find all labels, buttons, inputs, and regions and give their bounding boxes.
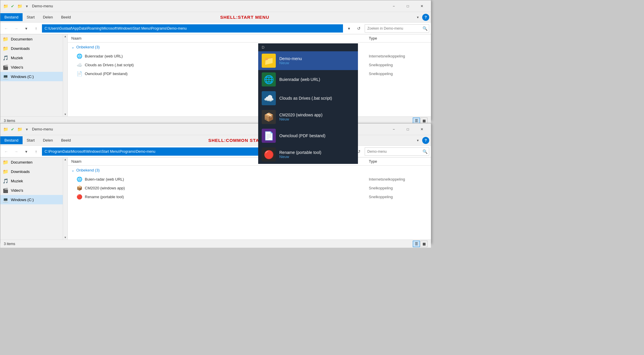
scroll-up-2[interactable]: ▲ xyxy=(63,157,67,162)
maximize-btn-2[interactable]: □ xyxy=(401,125,415,134)
dropdown-addr-btn-1[interactable]: ▾ xyxy=(345,24,353,33)
help-btn-1[interactable]: ? xyxy=(422,14,429,21)
title-bar-controls-2: − □ ✕ xyxy=(387,125,429,134)
video-icon-1: 🎬 xyxy=(3,64,9,70)
sidebar-label-videos-2: Video's xyxy=(11,188,23,193)
col-type-2[interactable]: Type xyxy=(369,159,427,164)
sidebar-item-downloads-2[interactable]: 📁 Downloads xyxy=(0,167,67,176)
sidebar-item-windows-1[interactable]: 💻 Windows (C:) xyxy=(0,72,67,81)
sidebar-item-muziek-2[interactable]: 🎵 Muziek xyxy=(0,176,67,186)
scroll-up-1[interactable]: ▲ xyxy=(63,34,67,38)
dropdown-icon-3: 📦 xyxy=(262,110,276,124)
dropdown-item-2[interactable]: ☁️ Clouds as Drives (.bat script) xyxy=(258,89,358,108)
menu-delen-1[interactable]: Delen xyxy=(39,13,57,21)
content-area-2: 📁 Documenten 📁 Downloads 🎵 Muziek 🎬 Vide… xyxy=(0,157,431,240)
dropdown-icon-2: ☁️ xyxy=(262,91,276,105)
close-btn-1[interactable]: ✕ xyxy=(415,1,429,11)
up-btn-2[interactable]: ↑ xyxy=(32,147,40,156)
file-row-2-0[interactable]: 🌐 Buien-radar (web URL) Internetsnelkopp… xyxy=(68,175,431,184)
file-name-2-2: Rename (portable tool) xyxy=(85,195,366,199)
window1: 📁 ✔ 📁 ▾ Demo-menu − □ ✕ Bestand Start De… xyxy=(0,0,431,120)
dropdown-item-3[interactable]: 📦 CM2020 (windows app) Nieuw xyxy=(258,108,358,126)
sidebar-item-documenten-2[interactable]: 📁 Documenten xyxy=(0,157,67,167)
menu-delen-2[interactable]: Delen xyxy=(39,136,57,144)
close-btn-2[interactable]: ✕ xyxy=(415,125,429,134)
dropdown-name-5: Rename (portable tool) xyxy=(279,150,354,155)
file-row-2-2[interactable]: 🔴 Rename (portable tool) Snelkoppeling xyxy=(68,192,431,201)
sidebar-item-videos-2[interactable]: 🎬 Video's xyxy=(0,186,67,195)
file-row-2-1[interactable]: 📦 CM2020 (windows app) Snelkoppeling xyxy=(68,184,431,192)
drive-icon-2: 💻 xyxy=(3,197,9,203)
menu-bar-right-2: ▾ ? xyxy=(415,137,429,144)
column-header-2: Naam Type xyxy=(68,157,431,166)
file-row-1-1[interactable]: ☁️ Clouds as Drives (.bat script) Snelko… xyxy=(68,60,431,69)
file-icon-1-1: ☁️ xyxy=(77,62,82,68)
dropdown-icon-5: 🔴 xyxy=(262,147,276,162)
search-input-1[interactable] xyxy=(365,26,421,30)
dropdown-nav-btn-1[interactable]: ▾ xyxy=(22,24,30,33)
dropdown-info-2: Clouds as Drives (.bat script) xyxy=(279,96,354,101)
search-input-2[interactable] xyxy=(365,150,421,154)
forward-btn-1[interactable]: → xyxy=(12,24,20,33)
sidebar-label-muziek-1: Muziek xyxy=(11,56,23,60)
refresh-btn-1[interactable]: ↺ xyxy=(355,24,363,33)
view-list-btn-2[interactable]: ☰ xyxy=(413,241,420,247)
dropdown-sub-0: Nieuw xyxy=(279,61,354,65)
menu-bestand-2[interactable]: Bestand xyxy=(0,136,23,144)
sidebar-item-muziek-1[interactable]: 🎵 Muziek xyxy=(0,53,67,62)
dropdown-item-0[interactable]: 📁 Demo-menu Nieuw xyxy=(258,51,358,70)
maximize-btn-1[interactable]: □ xyxy=(401,1,415,11)
back-btn-1[interactable]: ← xyxy=(2,24,10,33)
address-input-1[interactable] xyxy=(42,24,343,33)
chevron-btn-2[interactable]: ▾ xyxy=(415,137,421,144)
dropdown-name-2: Clouds as Drives (.bat script) xyxy=(279,96,354,101)
sidebar-item-downloads-1[interactable]: 📁 Downloads xyxy=(0,44,67,53)
menu-bar-1: Bestand Start Delen Beeld SHELL:START ME… xyxy=(0,12,431,23)
sidebar-item-videos-1[interactable]: 🎬 Video's xyxy=(0,62,67,72)
folder2-icon-2: 📁 xyxy=(17,126,23,132)
file-row-1-0[interactable]: 🌐 Buienradar (web URL) Internetsnelkoppe… xyxy=(68,52,431,60)
menu-start-1[interactable]: Start xyxy=(23,13,39,21)
file-row-1-2[interactable]: 📄 Owncloud (PDF bestand) Snelkoppeling xyxy=(68,69,431,78)
minimize-btn-1[interactable]: − xyxy=(387,1,400,11)
back-btn-2[interactable]: ← xyxy=(2,147,10,156)
file-list-1: Naam Type ⌄ Onbekend (3) 🌐 Buienradar (w… xyxy=(68,34,431,116)
arrow-icon-1: ▾ xyxy=(24,3,30,9)
column-header-1: Naam Type xyxy=(68,34,431,43)
search-btn-1[interactable]: 🔍 xyxy=(421,24,429,33)
sidebar-item-windows-2[interactable]: 💻 Windows (C:) xyxy=(0,195,67,204)
scroll-down-2[interactable]: ▼ xyxy=(63,235,67,240)
dropdown-icon-4: 📄 xyxy=(262,129,276,143)
sidebar-item-documenten-1[interactable]: 📁 Documenten xyxy=(0,34,67,44)
address-bar-2: ← → ▾ ↑ ▾ ↺ 🔍 xyxy=(0,146,431,157)
view-detail-btn-2[interactable]: ▦ xyxy=(420,241,427,247)
menu-beeld-1[interactable]: Beeld xyxy=(57,13,75,21)
search-box-2: 🔍 xyxy=(365,147,429,156)
check-icon-2: ✔ xyxy=(10,126,16,132)
dropdown-nav-btn-2[interactable]: ▾ xyxy=(22,147,30,156)
col-naam-1[interactable]: Naam xyxy=(71,36,369,40)
dropdown-item-4[interactable]: 📄 Owncloud (PDF bestand) xyxy=(258,126,358,145)
scroll-down-1[interactable]: ▼ xyxy=(63,112,67,116)
help-btn-2[interactable]: ? xyxy=(422,137,429,144)
forward-btn-2[interactable]: → xyxy=(12,147,20,156)
menu-bestand-1[interactable]: Bestand xyxy=(0,13,23,21)
collapse-icon-2[interactable]: ⌄ xyxy=(71,168,75,172)
collapse-icon-1[interactable]: ⌄ xyxy=(71,45,75,49)
menu-beeld-2[interactable]: Beeld xyxy=(57,136,75,144)
chevron-btn-1[interactable]: ▾ xyxy=(415,14,421,21)
dropdown-item-5[interactable]: 🔴 Rename (portable tool) Nieuw xyxy=(258,145,358,164)
file-icon-1-2: 📄 xyxy=(77,71,82,77)
dropdown-info-3: CM2020 (windows app) Nieuw xyxy=(279,113,354,121)
search-btn-2[interactable]: 🔍 xyxy=(421,147,429,156)
col-type-1[interactable]: Type xyxy=(369,36,427,40)
minimize-btn-2[interactable]: − xyxy=(387,125,400,134)
menu-start-2[interactable]: Start xyxy=(23,136,39,144)
dropdown-letter: D xyxy=(258,43,358,51)
dropdown-item-1[interactable]: 🌐 Buienradar (web URL) xyxy=(258,70,358,89)
folder-icon-documenten-2: 📁 xyxy=(3,159,9,165)
up-btn-1[interactable]: ↑ xyxy=(32,24,40,33)
title-bar-1: 📁 ✔ 📁 ▾ Demo-menu − □ ✕ xyxy=(0,0,431,12)
file-icon-1-0: 🌐 xyxy=(77,53,82,59)
folder-icon-downloads-1: 📁 xyxy=(3,45,9,51)
